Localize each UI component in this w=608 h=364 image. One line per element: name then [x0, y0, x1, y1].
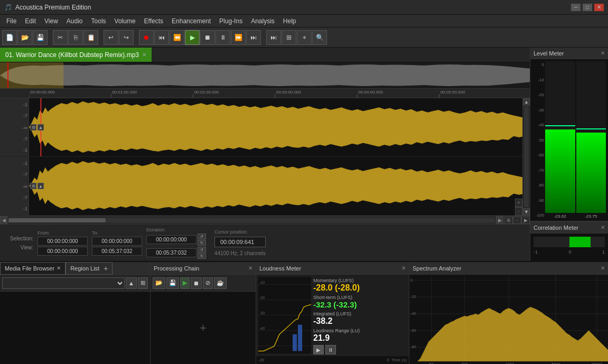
view-duration-input[interactable]: [146, 248, 197, 257]
loudness-graph: -10 -20 -30 -40: [258, 277, 311, 353]
media-browser-close[interactable]: ✕: [57, 265, 61, 271]
duration-reset-up[interactable]: ↺: [198, 234, 206, 239]
audio-tab[interactable]: 01. Warrior Dance (Killbot Dubstep Remix…: [0, 48, 152, 62]
maximize-button[interactable]: □: [583, 4, 592, 11]
loudness-stop-button[interactable]: ⏸: [325, 345, 336, 354]
hscroll-left-button[interactable]: ◀: [0, 216, 7, 225]
zoom-out-button[interactable]: -: [515, 207, 522, 216]
proc-chain-close[interactable]: ✕: [248, 265, 252, 271]
view-reset-up[interactable]: ↺: [198, 247, 206, 253]
overview-waveform[interactable]: [0, 62, 530, 89]
svg-text:5000: 5000: [551, 362, 560, 364]
play-button[interactable]: ▶: [185, 30, 200, 45]
track2-settings-icon[interactable]: ⚙: [30, 183, 36, 189]
open-button[interactable]: 📂: [17, 30, 32, 45]
horizontal-scrollbar[interactable]: ◀ ▶ ⊞ - ▶: [0, 216, 530, 224]
proc-save-button[interactable]: 💾: [166, 277, 179, 289]
zoom-button[interactable]: 🔍: [312, 30, 327, 45]
track-settings-icon[interactable]: ⚙: [30, 124, 36, 130]
undo-button[interactable]: ↩: [104, 30, 118, 45]
region-list-tab[interactable]: Region List +: [66, 262, 113, 275]
hscroll-right-button[interactable]: ▶: [496, 216, 503, 225]
menu-volume[interactable]: Volume: [110, 16, 140, 26]
svg-text:-10: -10: [259, 281, 265, 284]
media-view-button[interactable]: ⊞: [138, 277, 148, 289]
record-button[interactable]: ⏺: [139, 30, 154, 45]
selection-to-input[interactable]: [92, 237, 142, 246]
media-browser-content[interactable]: [0, 292, 150, 364]
paste-button[interactable]: 📋: [83, 30, 98, 45]
view-reset-down[interactable]: ↻: [198, 253, 206, 259]
correlation-meter-panel: Correlation Meter ✕ -1 0 1: [530, 221, 608, 261]
media-browser-tab[interactable]: Media File Browser ✕: [0, 262, 66, 275]
scroll-down-button[interactable]: ▼: [523, 208, 530, 216]
spectrum-content[interactable]: 0 -20 -40 -60 -80 50 200 1000 5000 20000: [409, 275, 608, 364]
menu-file[interactable]: File: [2, 16, 21, 26]
save-button[interactable]: 💾: [33, 30, 48, 45]
view-label: View:: [4, 245, 33, 250]
proc-load-button[interactable]: 📂: [153, 277, 165, 289]
shortterm-value: -32.3 (-32.3): [313, 300, 407, 309]
cut-button[interactable]: ✂: [53, 30, 68, 45]
menu-effects[interactable]: Effects: [140, 16, 167, 26]
close-button[interactable]: ✕: [594, 4, 604, 11]
menu-analysis[interactable]: Analysis: [247, 16, 279, 26]
new-button[interactable]: 📄: [2, 30, 17, 45]
menu-enhancement[interactable]: Enhancement: [167, 16, 215, 26]
cursor-button[interactable]: ⌖: [297, 30, 312, 45]
zoom-out-h-button[interactable]: -: [513, 217, 521, 224]
view-to-input[interactable]: [92, 247, 142, 256]
spectrum-title: Spectrum Analyzer: [413, 265, 461, 272]
mix-button[interactable]: ⊞: [282, 30, 296, 45]
zoom-in-h-button[interactable]: ▶: [521, 217, 530, 224]
selection-from-input[interactable]: [38, 237, 88, 246]
redo-button[interactable]: ↪: [119, 30, 134, 45]
menu-tools[interactable]: Tools: [87, 16, 110, 26]
minimize-button[interactable]: ─: [571, 4, 581, 11]
duration-reset-down[interactable]: ↻: [198, 240, 206, 246]
loudness-meter-panel: Loudness Meter ✕: [256, 262, 409, 364]
proc-play-button[interactable]: ▶: [180, 277, 190, 289]
fast-forward-button[interactable]: ⏩: [231, 30, 246, 45]
zoom-in-button[interactable]: +: [515, 199, 522, 207]
stop-button[interactable]: ⏹: [200, 30, 215, 45]
goto-end-button[interactable]: ⏭: [246, 30, 261, 45]
track2-up-icon[interactable]: ▲: [38, 183, 44, 189]
tab-close-button[interactable]: ✕: [142, 52, 146, 58]
proc-stop-button[interactable]: ⏹: [191, 277, 202, 289]
menu-help[interactable]: Help: [279, 16, 301, 26]
level-value-right: -23.75: [585, 214, 597, 219]
track-2-waveform[interactable]: ⚙ ▲: [29, 157, 530, 215]
selection-duration-input[interactable]: [146, 235, 197, 244]
scroll-thumb[interactable]: [524, 107, 529, 207]
track-1-waveform[interactable]: ⚙ ▲: [29, 98, 530, 156]
loudness-play-button[interactable]: ▶: [313, 345, 324, 354]
track-up-icon[interactable]: ▲: [38, 124, 44, 130]
corr-scale-max: 1: [602, 249, 605, 255]
menu-plugins[interactable]: Plug-Ins: [215, 16, 247, 26]
goto-start-button[interactable]: ⏮: [154, 30, 169, 45]
media-up-button[interactable]: ▲: [126, 277, 137, 289]
view-from-input[interactable]: [38, 247, 88, 256]
menu-audio[interactable]: Audio: [62, 16, 87, 26]
zoom-selection-button[interactable]: ⊞: [504, 217, 513, 224]
copy-button[interactable]: ⎘: [68, 30, 83, 45]
proc-coffee-button[interactable]: ☕: [214, 277, 227, 289]
scroll-up-button[interactable]: ▲: [523, 98, 530, 106]
loudness-close[interactable]: ✕: [401, 265, 406, 271]
level-meter-header: Level Meter ✕: [530, 48, 608, 59]
rewind-button[interactable]: ⏪: [170, 30, 184, 45]
proc-add-button[interactable]: +: [200, 321, 207, 335]
pause-button[interactable]: ⏸: [216, 30, 230, 45]
proc-bypass-button[interactable]: ⊘: [203, 277, 213, 289]
level-meter-close[interactable]: ✕: [601, 50, 605, 56]
menu-edit[interactable]: Edit: [21, 16, 40, 26]
media-browser-location[interactable]: [2, 277, 125, 289]
loop-button[interactable]: ⏭: [266, 30, 281, 45]
correlation-meter-close[interactable]: ✕: [601, 225, 605, 230]
spectrum-close[interactable]: ✕: [601, 265, 605, 271]
menu-view[interactable]: View: [40, 16, 62, 26]
hscroll-thumb[interactable]: [8, 218, 106, 222]
proc-chain-content[interactable]: +: [151, 292, 256, 364]
add-panel-button[interactable]: +: [104, 264, 108, 273]
